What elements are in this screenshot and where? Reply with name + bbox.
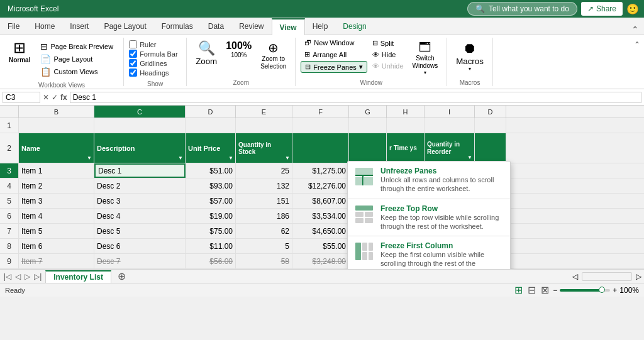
cell-b2-header[interactable]: Name ▼ — [19, 133, 94, 163]
share-button[interactable]: ↗ Share — [581, 2, 623, 16]
tab-file[interactable]: File — [0, 18, 27, 35]
split-button[interactable]: ⊟ Split — [369, 38, 408, 48]
sheet-nav-prev[interactable]: ◁ — [14, 272, 22, 281]
freeze-first-column-item[interactable]: Freeze First Column Keep the first colum… — [348, 236, 510, 269]
cell-h1[interactable] — [387, 118, 425, 133]
cell-b5[interactable]: Item 3 — [19, 194, 94, 208]
zoom-button[interactable]: 🔍 Zoom — [192, 38, 221, 69]
cell-b8[interactable]: Item 6 — [19, 239, 94, 253]
cell-d2-header[interactable]: Unit Price ▼ — [186, 133, 236, 163]
col-header-c[interactable]: C — [94, 106, 186, 118]
tab-view[interactable]: View — [272, 18, 305, 35]
scroll-right-btn[interactable]: ▷ — [636, 272, 641, 281]
cell-e4[interactable]: 132 — [236, 178, 292, 193]
cell-b6[interactable]: Item 4 — [19, 209, 94, 223]
tab-page-layout[interactable]: Page Layout — [96, 18, 153, 35]
normal-view-status-btn[interactable]: ⊞ — [513, 284, 524, 296]
tab-help[interactable]: Help — [305, 18, 336, 35]
cell-d6[interactable]: $19.00 — [186, 209, 236, 223]
zoom-100-button[interactable]: 100% 100% — [222, 38, 255, 61]
col-header-h[interactable]: H — [387, 106, 425, 118]
col-header-j[interactable]: D — [475, 106, 506, 118]
qty-reorder-dropdown-icon[interactable]: ▼ — [467, 155, 472, 161]
scroll-left-btn[interactable]: ◁ — [572, 272, 578, 281]
tab-home[interactable]: Home — [27, 18, 62, 35]
cell-f8[interactable]: $55.00 — [292, 239, 349, 253]
switch-windows-button[interactable]: 🗔 SwitchWindows ▾ — [409, 38, 442, 78]
col-header-b[interactable]: B — [19, 106, 94, 118]
cell-d4[interactable]: $93.00 — [186, 178, 236, 193]
col-header-g[interactable]: G — [349, 106, 387, 118]
formula-bar-checkbox-input[interactable] — [129, 50, 137, 58]
cell-d3[interactable]: $51.00 — [186, 163, 236, 178]
cell-b1[interactable] — [19, 118, 94, 133]
cell-i2-header[interactable]: Quantity in Reorder ▼ — [425, 133, 475, 163]
zoom-slider[interactable] — [560, 289, 610, 292]
add-sheet-button[interactable]: ⊕ — [113, 270, 131, 282]
desc-dropdown-icon[interactable]: ▼ — [178, 155, 183, 161]
insert-function-icon[interactable]: fx — [60, 93, 67, 102]
cell-j2-header[interactable] — [475, 133, 506, 163]
cell-f9[interactable]: $3,248.00 — [292, 254, 349, 268]
ruler-checkbox[interactable]: Ruler — [129, 40, 178, 48]
tab-review[interactable]: Review — [231, 18, 271, 35]
cell-reference-input[interactable]: C3 — [3, 92, 40, 103]
macros-button[interactable]: ⏺ Macros ▾ — [452, 38, 487, 74]
cell-g2-header[interactable] — [349, 133, 387, 163]
cell-f2-header[interactable] — [292, 133, 349, 163]
arrange-all-button[interactable]: ⊞ Arrange All — [301, 49, 367, 60]
hide-button[interactable]: 👁 Hide — [369, 50, 408, 60]
normal-view-button[interactable]: ⊞ Normal — [5, 38, 34, 66]
cell-j1[interactable] — [475, 118, 506, 133]
sheet-nav-first[interactable]: |◁ — [3, 272, 13, 281]
tab-insert[interactable]: Insert — [62, 18, 96, 35]
cell-g1[interactable] — [349, 118, 387, 133]
cell-c2-header[interactable]: Description ▼ — [94, 133, 186, 163]
cell-e8[interactable]: 5 — [236, 239, 292, 253]
zoom-to-selection-button[interactable]: ⊕ Zoom toSelection — [257, 38, 290, 73]
cell-f6[interactable]: $3,534.00 — [292, 209, 349, 223]
unhide-button[interactable]: 👁 Unhide — [369, 61, 408, 71]
col-header-e[interactable]: E — [236, 106, 292, 118]
cell-b3[interactable]: Item 1 — [19, 163, 94, 178]
cell-d7[interactable]: $75.00 — [186, 224, 236, 238]
tab-design[interactable]: Design — [335, 18, 374, 35]
tell-me-bar[interactable]: 🔍 Tell what you want to do — [467, 2, 577, 16]
page-layout-button[interactable]: 📄 Page Layout — [36, 53, 117, 65]
cell-i1[interactable] — [425, 118, 475, 133]
formula-input[interactable]: Desc 1 — [70, 92, 641, 103]
ruler-checkbox-input[interactable] — [129, 40, 137, 48]
tab-data[interactable]: Data — [201, 18, 231, 35]
zoom-out-btn[interactable]: − — [553, 286, 557, 295]
cell-c5[interactable]: Desc 3 — [94, 194, 186, 208]
cell-c4[interactable]: Desc 2 — [94, 178, 186, 193]
zoom-in-btn[interactable]: + — [613, 286, 617, 295]
cell-d9[interactable]: $56.00 — [186, 254, 236, 268]
horizontal-scrollbar[interactable] — [582, 272, 632, 281]
cell-c6[interactable]: Desc 4 — [94, 209, 186, 223]
cell-d5[interactable]: $57.00 — [186, 194, 236, 208]
cell-c3[interactable]: Desc 1 — [94, 163, 186, 178]
cell-f5[interactable]: $8,607.00 — [292, 194, 349, 208]
new-window-button[interactable]: 🗗 New Window — [301, 38, 367, 48]
cell-b7[interactable]: Item 5 — [19, 224, 94, 238]
cell-e7[interactable]: 62 — [236, 224, 292, 238]
col-header-f[interactable]: F — [292, 106, 349, 118]
tab-formulas[interactable]: Formulas — [154, 18, 201, 35]
cell-e5[interactable]: 151 — [236, 194, 292, 208]
price-dropdown-icon[interactable]: ▼ — [228, 155, 233, 161]
cell-c7[interactable]: Desc 5 — [94, 224, 186, 238]
cell-f4[interactable]: $12,276.00 — [292, 178, 349, 193]
confirm-formula-icon[interactable]: ✓ — [52, 93, 58, 102]
cell-c1[interactable] — [94, 118, 186, 133]
custom-views-button[interactable]: 📋 Custom Views — [36, 65, 117, 78]
cell-e2-header[interactable]: Quantity in Stock ▼ — [236, 133, 292, 163]
cell-e1[interactable] — [236, 118, 292, 133]
feedback-icon[interactable]: 🙂 — [626, 3, 639, 15]
cancel-formula-icon[interactable]: ✕ — [43, 93, 49, 102]
sheet-tab-inventory[interactable]: Inventory List — [45, 270, 111, 283]
cell-b4[interactable]: Item 2 — [19, 178, 94, 193]
sheet-nav-next[interactable]: ▷ — [23, 272, 31, 281]
cell-f3[interactable]: $1,275.00 — [292, 163, 349, 178]
cell-d8[interactable]: $11.00 — [186, 239, 236, 253]
